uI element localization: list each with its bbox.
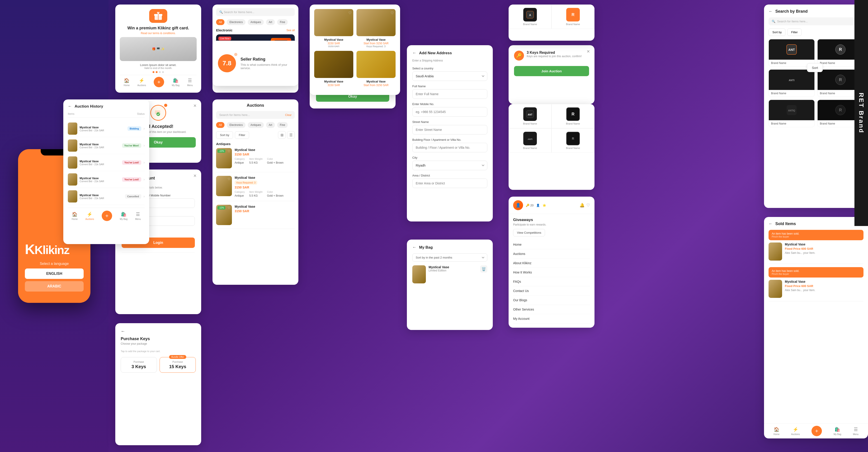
login-close-icon[interactable]: ✕ [192, 173, 197, 179]
history-row-5[interactable]: Mystical Vase Current Bid - 21k SAR Canc… [68, 188, 145, 205]
sort-button-top[interactable]: Sort [807, 63, 823, 72]
history-nav-home[interactable]: 🏠 Home [72, 212, 78, 220]
vase-heart-1[interactable]: ♡ [348, 11, 351, 15]
list-view-button[interactable]: ☰ [287, 131, 295, 139]
street-input[interactable] [412, 125, 487, 134]
tab-all[interactable]: All [216, 19, 224, 25]
vase-item-4[interactable]: Mystical Vase Start from 3150 SAR [356, 51, 396, 87]
package-1[interactable]: Purchase 3 Keys [121, 357, 157, 373]
sb-filter-button[interactable]: Filter [787, 29, 802, 36]
brand-cell-3[interactable]: ANT Brand Name [508, 104, 552, 128]
sort-button[interactable]: Sort by [216, 131, 233, 139]
brand-display-5[interactable]: ANTIQ Brand Name [769, 100, 815, 127]
sold-nav-auctions[interactable]: ⚡ Auctions [791, 427, 800, 435]
history-nav-bag[interactable]: 🛍️ My Bag [120, 212, 127, 220]
brand-cell-1[interactable]: A Brand Name [508, 4, 552, 29]
brand-cell-4[interactable]: R Brand Name [552, 104, 594, 128]
brand-cell-6[interactable]: R Brand Name [552, 128, 594, 153]
history-add-button[interactable]: + [102, 211, 112, 221]
nav-bag[interactable]: 🛍️My Bag [172, 78, 180, 87]
city-select[interactable]: Riyadh [412, 161, 487, 170]
bell-icon[interactable]: 🔔 [580, 203, 585, 208]
electronics-see-all[interactable]: See all [286, 29, 295, 32]
area-input[interactable] [412, 179, 487, 188]
item-heart-1[interactable]: ♡ [228, 150, 230, 153]
search-brand-back-icon[interactable]: ← [769, 9, 773, 14]
join-auction-button[interactable]: Join Auction [514, 66, 589, 76]
auction-tab-art[interactable]: Art [266, 122, 275, 128]
history-nav-auctions[interactable]: ⚡ Auctions [86, 212, 94, 220]
menu-item-faqs[interactable]: FAQs [513, 277, 590, 286]
menu-item-home[interactable]: Home [513, 240, 590, 249]
sold-nav-menu[interactable]: ☰ Menu [853, 427, 859, 435]
history-row-4[interactable]: Mystical Vase Current Bid - 21k SAR You'… [68, 171, 145, 188]
tab-fine[interactable]: Fine [277, 19, 288, 25]
sold-item-row-2[interactable]: Mystical Vase Fixed Price 600 SAR Alex S… [769, 280, 864, 301]
view-competitions-button[interactable]: View Competitions [513, 229, 545, 236]
history-row-3[interactable]: Mystical Vase Current Bid - 21k SAR You'… [68, 154, 145, 171]
item-heart-2[interactable]: ♡ [228, 177, 230, 181]
brand-display-3[interactable]: ANTI Brand Name [769, 69, 815, 97]
sb-sort-button[interactable]: Sort by [769, 29, 785, 36]
vase-heart-2[interactable]: ♡ [391, 11, 394, 15]
menu-item-services[interactable]: Other Services [513, 305, 590, 314]
search-brand-search[interactable]: 🔍 Search for Items here... [769, 18, 864, 25]
auction-tab-fine[interactable]: Fine [277, 122, 288, 128]
nav-home[interactable]: 🏠Home [124, 78, 130, 87]
grid-view-button[interactable]: ⊞ [278, 131, 286, 139]
address-back-icon[interactable]: ← [412, 51, 416, 55]
bag-sort-select[interactable]: Sort by in the past 2 months [412, 253, 487, 262]
tab-antiques[interactable]: Antiques [248, 19, 264, 25]
mobile-input[interactable] [412, 107, 487, 117]
bag-delete-button[interactable]: 🗑️ [480, 265, 487, 272]
auction-tab-antiques[interactable]: Antiques [248, 122, 264, 128]
vase-item-1[interactable]: Mystical Vase 3150 SAR 3150 SAR ♡ [314, 9, 353, 48]
keys-close-icon[interactable]: ✕ [585, 49, 591, 54]
auction-item-1[interactable]: -10% ♡ Mystical Vase 3150 SAR Category A… [216, 148, 295, 172]
menu-item-about[interactable]: About Klikinz [513, 259, 590, 268]
purchase-back-icon[interactable]: ← [121, 329, 196, 334]
auction-tab-all[interactable]: All [216, 122, 224, 128]
history-row-2[interactable]: Mystical Vase Current Bid - 21k SAR You'… [68, 137, 145, 154]
building-input[interactable] [412, 143, 487, 152]
english-button[interactable]: ENGLISH [25, 268, 84, 279]
auction-tab-electronics[interactable]: Electronics [227, 122, 246, 128]
sold-nav-home[interactable]: 🏠 Home [774, 427, 780, 435]
heart-icon[interactable]: ♡ [586, 203, 590, 208]
brand-display-1[interactable]: ANT Brand Name [769, 39, 815, 67]
fullname-input[interactable] [412, 89, 487, 99]
arabic-button[interactable]: ARABIC [25, 281, 84, 292]
clear-button[interactable]: Clear [285, 114, 291, 117]
add-button[interactable]: + [154, 77, 164, 87]
menu-item-howit[interactable]: How It Works [513, 268, 590, 277]
country-select[interactable]: Saudi Arabia [412, 71, 487, 81]
menu-item-contact[interactable]: Contact Us [513, 286, 590, 296]
vase-item-2[interactable]: Mystical Vase Start from 3150 SAR Keys R… [356, 9, 396, 48]
bag-back-icon[interactable]: ← [412, 245, 416, 250]
tab-electronics[interactable]: Electronics [227, 19, 246, 25]
nav-auctions[interactable]: ⚡Auctions [137, 78, 146, 87]
close-icon[interactable]: ✕ [192, 103, 197, 108]
sold-back-icon[interactable]: ← [769, 222, 773, 226]
brand-cell-2[interactable]: R Brand Name [552, 4, 594, 29]
menu-item-blogs[interactable]: Our Blogs [513, 296, 590, 305]
auctions-search[interactable]: Search for Items here... Clear [216, 111, 295, 119]
electronics-search[interactable]: 🔍 Search for Items here... [216, 8, 295, 16]
history-nav-menu[interactable]: ☰ Menu [135, 212, 141, 220]
auction-item-3[interactable]: -10% ♡ Mystical Vase 3150 SAR [216, 205, 295, 229]
sold-add-button[interactable]: + [811, 426, 822, 436]
menu-item-auctions[interactable]: Auctions [513, 249, 590, 259]
sold-item-row-1[interactable]: Mystical Vase Fixed Price 600 SAR Alex S… [769, 243, 864, 264]
filter-button[interactable]: Filter [235, 131, 249, 139]
history-row-1[interactable]: Mystical Vase Current Bid - 21k SAR Bidd… [68, 120, 145, 137]
nav-menu[interactable]: ☰Menu [187, 78, 193, 87]
history-back-icon[interactable]: ← [68, 104, 72, 109]
menu-item-account[interactable]: My Account [513, 314, 590, 323]
vase-item-3[interactable]: Mystical Vase 3150 SAR [314, 51, 353, 87]
brand-cell-5[interactable]: ANTI Brand Name [508, 128, 552, 153]
item-heart-3[interactable]: ♡ [228, 206, 230, 210]
package-2[interactable]: Bundle Offer Purchase 15 Keys [160, 357, 196, 373]
sold-nav-bag[interactable]: 🛍️ My Bag [834, 427, 841, 435]
tab-art[interactable]: Art [266, 19, 275, 25]
auction-item-2[interactable]: ♡ Mystical Vase Keys Required: 3 3150 SA… [216, 176, 295, 201]
